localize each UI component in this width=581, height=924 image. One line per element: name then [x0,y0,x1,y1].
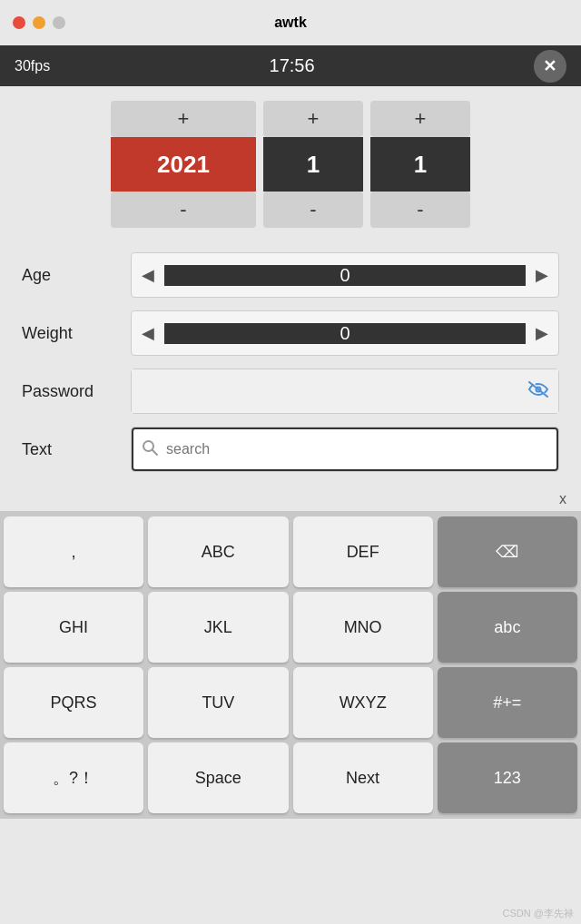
key-jkl[interactable]: JKL [148,592,288,663]
window-title: awtk [274,15,307,31]
password-control [131,369,559,414]
age-spinner: ◀ 0 ▶ [132,252,558,298]
date-picker: + 2021 - + 1 - + 1 - [0,86,581,242]
title-bar: awtk [0,0,581,45]
weight-control: ◀ 0 ▶ [131,310,559,356]
text-label: Text [22,440,131,459]
keyboard-row-1: GHIJKLMNOabc [4,592,577,663]
age-label: Age [22,266,131,285]
key-abc[interactable]: ABC [148,516,288,587]
status-bar: 30fps 17:56 ✕ [0,45,581,86]
password-label: Password [22,382,131,401]
window-maximize-button[interactable] [53,16,65,29]
keyboard-row-2: PQRSTUVWXYZ#+= [4,667,577,738]
form-area: Age ◀ 0 ▶ Weight ◀ 0 ▶ [0,242,581,489]
key-def[interactable]: DEF [293,516,433,587]
day-decrement-button[interactable]: - [370,192,470,228]
window-controls [13,16,65,29]
month-increment-button[interactable]: + [263,101,363,137]
text-control [131,427,559,472]
key-mno[interactable]: MNO [293,592,433,663]
key-⌫[interactable]: ⌫ [438,516,577,587]
search-wrap [132,428,558,471]
month-column: + 1 - [263,101,363,228]
day-value: 1 [370,137,470,192]
age-decrement-button[interactable]: ◀ [132,252,164,298]
year-column: + 2021 - [111,101,256,228]
key-abc[interactable]: abc [438,592,577,663]
text-row: Text [22,424,559,475]
keyboard-close-button[interactable]: x [559,491,566,506]
age-increment-button[interactable]: ▶ [526,252,558,298]
month-decrement-button[interactable]: - [263,192,363,228]
key-,[interactable]: , [4,516,143,587]
keyboard-row-0: ,ABCDEF⌫ [4,516,577,587]
close-icon: ✕ [543,58,556,74]
weight-increment-button[interactable]: ▶ [526,310,558,356]
key-wxyz[interactable]: WXYZ [293,667,433,738]
weight-spinner: ◀ 0 ▶ [132,310,558,356]
key-ghi[interactable]: GHI [4,592,143,663]
keyboard-close-row: x [0,489,581,511]
toggle-password-icon[interactable] [527,379,549,403]
age-row: Age ◀ 0 ▶ [22,250,559,300]
age-control: ◀ 0 ▶ [131,252,559,298]
password-row: Password [22,366,559,417]
key-。?！[interactable]: 。?！ [4,742,143,813]
keyboard: ,ABCDEF⌫GHIJKLMNOabcPQRSTUVWXYZ#+=。?！Spa… [0,511,581,819]
window-close-button[interactable] [13,16,25,29]
key-123[interactable]: 123 [438,742,577,813]
watermark: CSDN @李先禄 [503,907,574,920]
year-increment-button[interactable]: + [111,101,256,137]
key-pqrs[interactable]: PQRS [4,667,143,738]
search-input[interactable] [166,441,549,457]
weight-value: 0 [164,323,526,344]
search-icon [141,438,159,461]
weight-row: Weight ◀ 0 ▶ [22,308,559,359]
day-increment-button[interactable]: + [370,101,470,137]
key-tuv[interactable]: TUV [148,667,288,738]
key-#+=[interactable]: #+= [438,667,577,738]
weight-decrement-button[interactable]: ◀ [132,310,164,356]
statusbar-close-button[interactable]: ✕ [534,50,566,83]
keyboard-row-3: 。?！SpaceNext123 [4,742,577,813]
year-decrement-button[interactable]: - [111,192,256,228]
svg-line-2 [153,450,157,455]
month-value: 1 [263,137,363,192]
password-input[interactable] [132,369,558,413]
window-minimize-button[interactable] [33,16,45,29]
key-space[interactable]: Space [148,742,288,813]
day-column: + 1 - [370,101,470,228]
key-next[interactable]: Next [293,742,433,813]
time-label: 17:56 [270,55,315,76]
year-value: 2021 [111,137,256,192]
fps-label: 30fps [15,58,50,74]
weight-label: Weight [22,324,131,343]
age-value: 0 [164,265,526,286]
